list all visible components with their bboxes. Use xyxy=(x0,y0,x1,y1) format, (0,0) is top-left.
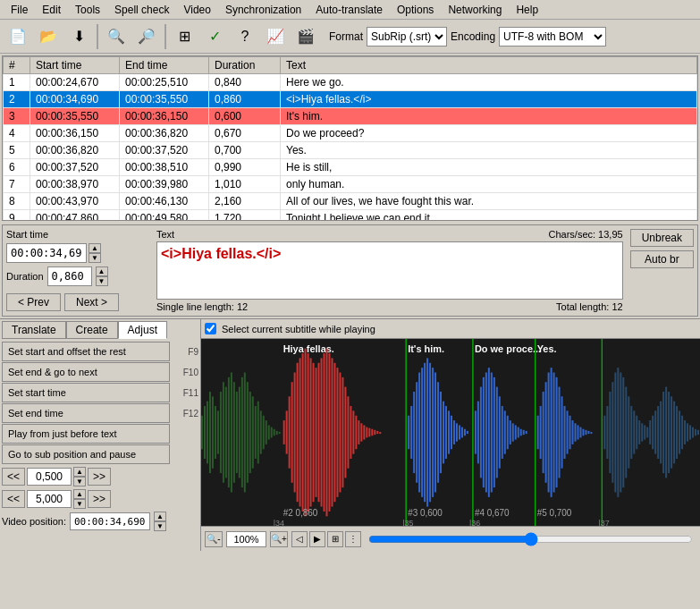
svg-rect-42 xyxy=(308,353,309,512)
svg-rect-44 xyxy=(313,363,315,502)
row-end: 00:00:36,820 xyxy=(120,125,209,142)
stepper2-right[interactable]: >> xyxy=(88,490,111,508)
table-row[interactable]: 900:00:47,86000:00:49,5801,720Tonight I … xyxy=(4,210,697,222)
fkey-4: F12 xyxy=(173,409,198,419)
zoom-in-button[interactable]: 🔍+ xyxy=(270,531,288,547)
open-button[interactable]: 📂 xyxy=(34,22,63,51)
set-end-go-next-button[interactable]: Set end & go to next xyxy=(2,362,170,382)
stepper2-up[interactable]: ▲ xyxy=(73,489,86,499)
view-button[interactable]: ⊞ xyxy=(327,531,343,547)
row-text: Here we go. xyxy=(281,74,697,91)
svg-rect-29 xyxy=(276,431,278,435)
row-text: Yes. xyxy=(281,142,697,159)
svg-rect-47 xyxy=(321,358,323,506)
grid-button[interactable]: ⋮ xyxy=(345,531,361,547)
timeline-slider[interactable] xyxy=(368,535,693,544)
next-button[interactable]: Next > xyxy=(64,293,119,311)
new-button[interactable]: 📄 xyxy=(4,22,32,51)
table-row[interactable]: 800:00:43,97000:00:46,1302,160All of our… xyxy=(4,193,697,210)
svg-rect-164 xyxy=(662,392,664,473)
video-pos-down[interactable]: ▼ xyxy=(154,521,166,531)
set-end-time-button[interactable]: Set end time xyxy=(2,403,170,423)
menu-autotranslate[interactable]: Auto-translate xyxy=(308,2,390,18)
settings-button[interactable]: ⊞ xyxy=(170,22,198,51)
svg-rect-88 xyxy=(451,416,452,450)
check-button[interactable]: ✓ xyxy=(200,22,229,51)
menu-edit[interactable]: Edit xyxy=(35,2,68,18)
menu-synchronization[interactable]: Synchronization xyxy=(218,2,308,18)
help-button[interactable]: ? xyxy=(231,22,259,51)
menu-video[interactable]: Video xyxy=(176,2,217,18)
set-start-offset-button[interactable]: Set start and offset the rest xyxy=(2,342,170,361)
menu-networking[interactable]: Networking xyxy=(441,2,509,18)
table-row[interactable]: 300:00:35,55000:00:36,1500,600It's him. xyxy=(4,108,697,125)
stepper1-input[interactable] xyxy=(27,468,72,486)
zoom-out-button[interactable]: 🔍- xyxy=(205,531,223,547)
video-pos-input[interactable] xyxy=(70,512,150,530)
fkey-2: F10 xyxy=(173,368,198,377)
svg-rect-68 xyxy=(376,431,378,434)
format-select[interactable]: SubRip (.srt) xyxy=(367,27,447,47)
stepper1-down[interactable]: ▼ xyxy=(73,477,86,486)
search-button[interactable]: 🔍 xyxy=(102,22,131,51)
col-header-start: Start time xyxy=(30,57,120,74)
video-pos-up[interactable]: ▲ xyxy=(154,512,166,521)
zoom-input[interactable] xyxy=(226,531,266,547)
stepper1-up[interactable]: ▲ xyxy=(73,467,86,477)
svg-rect-18 xyxy=(247,382,249,483)
table-row[interactable]: 400:00:36,15000:00:36,8200,670Do we proc… xyxy=(4,125,697,142)
encoding-select[interactable]: UTF-8 with BOM xyxy=(499,27,606,47)
svg-rect-38 xyxy=(297,363,299,502)
save-button[interactable]: ⬇ xyxy=(64,22,93,51)
prev-button[interactable]: < Prev xyxy=(6,293,61,311)
menu-file[interactable]: File xyxy=(4,2,35,18)
find-replace-button[interactable]: 🔎 xyxy=(132,22,161,51)
duration-input[interactable] xyxy=(47,266,92,286)
svg-rect-108 xyxy=(504,410,506,453)
menu-options[interactable]: Options xyxy=(390,2,441,18)
svg-rect-128 xyxy=(561,396,563,468)
svg-rect-72 xyxy=(408,416,409,450)
set-start-time-button[interactable]: Set start time xyxy=(2,383,170,402)
play-forward-button[interactable]: ▶ xyxy=(309,531,325,547)
svg-text:Do we proce...: Do we proce... xyxy=(475,343,541,354)
duration-down[interactable]: ▼ xyxy=(96,276,108,286)
stepper1-right[interactable]: >> xyxy=(88,468,111,486)
table-row[interactable]: 600:00:37,52000:00:38,5100,990He is stil… xyxy=(4,159,697,176)
play-back-button[interactable]: ◁ xyxy=(291,531,308,547)
clapboard-button[interactable]: 🎬 xyxy=(291,22,320,51)
auto-br-button[interactable]: Auto br xyxy=(630,250,694,268)
start-time-down[interactable]: ▼ xyxy=(89,253,101,263)
svg-rect-125 xyxy=(553,373,555,493)
start-time-input[interactable] xyxy=(6,243,87,263)
play-before-text-button[interactable]: Play from just before text xyxy=(2,424,170,444)
goto-sub-position-button[interactable]: Go to sub position and pause xyxy=(2,444,170,464)
table-row[interactable]: 100:00:24,67000:00:25,5100,840Here we go… xyxy=(4,74,697,91)
tab-create[interactable]: Create xyxy=(66,321,118,339)
stats-button[interactable]: 📈 xyxy=(261,22,290,51)
subtitle-table-container[interactable]: # Start time End time Duration Text 100:… xyxy=(2,55,698,221)
stepper2-left[interactable]: << xyxy=(2,490,25,508)
duration-up[interactable]: ▲ xyxy=(96,266,108,276)
start-time-up[interactable]: ▲ xyxy=(89,243,101,253)
svg-rect-63 xyxy=(363,425,365,439)
stepper1-left[interactable]: << xyxy=(2,468,25,486)
svg-rect-137 xyxy=(585,430,586,435)
svg-rect-156 xyxy=(641,423,643,441)
unbreak-button[interactable]: Unbreak xyxy=(630,229,694,247)
stepper2-down[interactable]: ▼ xyxy=(73,499,86,509)
menu-tools[interactable]: Tools xyxy=(68,2,107,18)
menu-spellcheck[interactable]: Spell check xyxy=(107,2,176,18)
stepper2-input[interactable] xyxy=(27,490,72,508)
menu-help[interactable]: Help xyxy=(509,2,545,18)
svg-rect-99 xyxy=(480,387,482,478)
select-subtitle-checkbox[interactable] xyxy=(205,323,216,334)
waveform-display[interactable]: Hiya fellas. xyxy=(201,339,700,526)
table-row[interactable]: 700:00:38,97000:00:39,9801,010only human… xyxy=(4,176,697,193)
svg-rect-146 xyxy=(614,373,616,493)
tab-translate[interactable]: Translate xyxy=(2,321,66,339)
table-row[interactable]: 500:00:36,82000:00:37,5200,700Yes. xyxy=(4,142,697,159)
table-row[interactable]: 200:00:34,69000:00:35,5500,860<i>Hiya fe… xyxy=(4,91,697,108)
svg-rect-126 xyxy=(556,377,558,487)
tab-adjust[interactable]: Adjust xyxy=(118,321,167,339)
